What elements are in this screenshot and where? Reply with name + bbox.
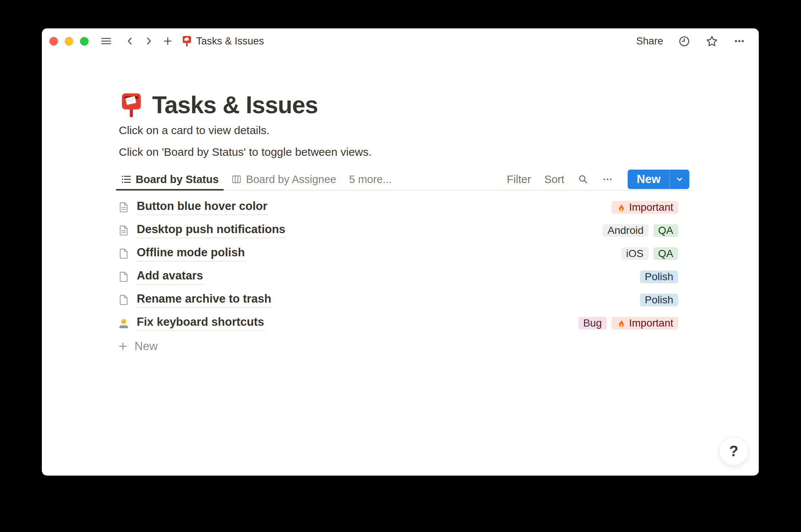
tag-bug: Bug bbox=[578, 317, 607, 330]
page-description-line1: Click on a card to view details. bbox=[116, 123, 689, 137]
tab-board-by-status[interactable]: Board by Status bbox=[116, 169, 224, 190]
traffic-lights bbox=[49, 37, 89, 46]
page-title-row: Tasks & Issues bbox=[116, 91, 689, 119]
task-title: Button blue hover color bbox=[137, 200, 268, 215]
new-tab-icon[interactable] bbox=[163, 36, 173, 46]
task-title: Add avatars bbox=[137, 269, 204, 285]
tag-ios: iOS bbox=[621, 247, 649, 260]
page-description-line2: Click on 'Board by Status' to toggle bet… bbox=[116, 145, 689, 159]
page-text-icon bbox=[118, 201, 130, 213]
tag-label: Android bbox=[607, 225, 644, 236]
help-button[interactable]: ? bbox=[719, 436, 748, 466]
new-button-label: New bbox=[628, 170, 669, 189]
help-label: ? bbox=[729, 443, 738, 460]
sort-button[interactable]: Sort bbox=[544, 173, 564, 186]
page-blank-icon bbox=[118, 248, 130, 260]
chevron-down-icon[interactable] bbox=[669, 170, 689, 189]
list-view-icon bbox=[121, 174, 132, 185]
view-options-icon[interactable] bbox=[602, 174, 613, 185]
tag-important: Important bbox=[612, 317, 678, 330]
tag-label: QA bbox=[658, 225, 673, 236]
app-window: Tasks & Issues Share Tasks & Issues Clic… bbox=[42, 28, 759, 476]
task-row[interactable]: Desktop push notificationsAndroidQA bbox=[116, 219, 689, 242]
view-controls: Filter Sort New bbox=[507, 170, 689, 189]
back-icon[interactable] bbox=[125, 36, 135, 46]
more-icon[interactable] bbox=[733, 35, 745, 47]
mailbox-icon bbox=[182, 35, 192, 47]
close-window-button[interactable] bbox=[49, 37, 58, 46]
tag-label: iOS bbox=[626, 248, 644, 260]
tab-label: Board by Status bbox=[136, 173, 219, 186]
task-list: Button blue hover colorImportantDesktop … bbox=[116, 196, 689, 335]
new-row-label: New bbox=[134, 340, 158, 353]
tag-label: Polish bbox=[645, 294, 673, 306]
technologist-icon bbox=[118, 317, 130, 329]
titlebar-actions: Share bbox=[636, 35, 745, 48]
mailbox-page-emoji[interactable] bbox=[120, 92, 142, 118]
tab-board-by-assignee[interactable]: Board by Assignee bbox=[226, 169, 341, 190]
minimize-window-button[interactable] bbox=[65, 37, 73, 46]
sidebar-menu-icon[interactable] bbox=[100, 35, 112, 47]
new-row-button[interactable]: New bbox=[116, 335, 689, 358]
tag-important: Important bbox=[612, 201, 678, 214]
page-blank-icon bbox=[118, 294, 130, 306]
view-tabs: Board by StatusBoard by Assignee5 more..… bbox=[116, 169, 399, 190]
new-button[interactable]: New bbox=[628, 170, 689, 189]
task-title: Rename archive to trash bbox=[137, 292, 272, 308]
page-title[interactable]: Tasks & Issues bbox=[152, 91, 318, 119]
tag-label: Important bbox=[629, 317, 673, 329]
task-title: Offline mode polish bbox=[137, 246, 245, 262]
tag-qa: QA bbox=[653, 247, 678, 260]
task-tags: Polish bbox=[640, 270, 678, 283]
board-view-icon bbox=[231, 174, 242, 185]
task-row[interactable]: Offline mode polishiOSQA bbox=[116, 242, 689, 265]
task-tags: BugImportant bbox=[578, 317, 678, 330]
page-body: Tasks & Issues Click on a card to view d… bbox=[42, 91, 759, 358]
forward-icon[interactable] bbox=[144, 36, 154, 46]
task-tags: AndroidQA bbox=[603, 224, 678, 237]
tab-5-more[interactable]: 5 more... bbox=[344, 169, 397, 190]
task-title: Desktop push notifications bbox=[137, 223, 286, 238]
tag-label: Bug bbox=[583, 317, 602, 329]
tab-label: 5 more... bbox=[349, 173, 392, 186]
page-text-icon bbox=[118, 225, 130, 236]
task-tags: iOSQA bbox=[621, 247, 678, 260]
task-row[interactable]: Rename archive to trashPolish bbox=[116, 288, 689, 312]
breadcrumb-label: Tasks & Issues bbox=[196, 35, 264, 47]
tag-android: Android bbox=[603, 224, 649, 237]
search-icon[interactable] bbox=[578, 174, 589, 185]
zoom-window-button[interactable] bbox=[80, 37, 89, 46]
tab-label: Board by Assignee bbox=[246, 173, 336, 186]
filter-button[interactable]: Filter bbox=[507, 173, 531, 186]
task-row[interactable]: Button blue hover colorImportant bbox=[116, 196, 689, 219]
task-tags: Polish bbox=[640, 294, 678, 306]
tag-label: QA bbox=[658, 248, 673, 260]
tag-polish: Polish bbox=[640, 270, 678, 283]
task-title: Fix keyboard shortcuts bbox=[137, 315, 265, 331]
task-tags: Important bbox=[612, 201, 678, 214]
view-toolbar: Board by StatusBoard by Assignee5 more..… bbox=[116, 169, 689, 191]
clock-icon[interactable] bbox=[678, 35, 690, 47]
tag-qa: QA bbox=[653, 224, 678, 237]
page-blank-icon bbox=[118, 271, 130, 283]
tag-polish: Polish bbox=[640, 294, 678, 306]
plus-icon bbox=[118, 341, 128, 352]
task-row[interactable]: Fix keyboard shortcutsBugImportant bbox=[116, 312, 689, 335]
window-titlebar: Tasks & Issues Share bbox=[42, 28, 759, 54]
fire-icon bbox=[616, 202, 626, 212]
fire-icon bbox=[616, 318, 626, 328]
tag-label: Important bbox=[629, 201, 673, 213]
star-icon[interactable] bbox=[705, 35, 718, 48]
share-button[interactable]: Share bbox=[636, 35, 663, 47]
breadcrumb[interactable]: Tasks & Issues bbox=[182, 35, 264, 47]
tag-label: Polish bbox=[645, 271, 673, 283]
task-row[interactable]: Add avatarsPolish bbox=[116, 265, 689, 288]
